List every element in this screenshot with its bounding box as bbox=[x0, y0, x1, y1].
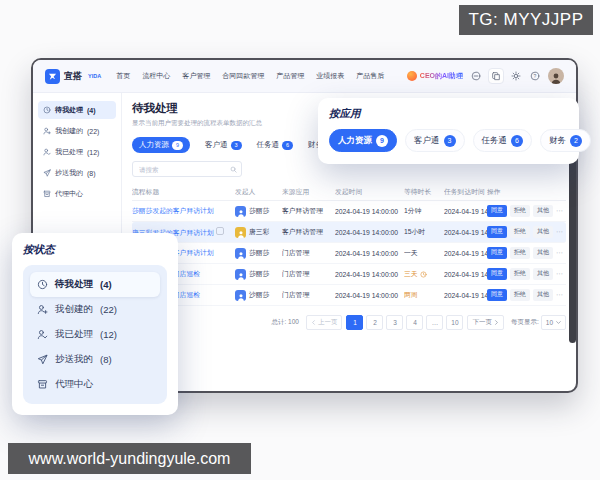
by-status-panel: 按状态 待我处理 (4) 我创建的 (22) 我已处理 (12) 抄送我的 (8… bbox=[12, 233, 178, 415]
ai-assistant-label: CEO的AI助理 bbox=[420, 71, 463, 81]
more-actions-button[interactable]: ⋯ bbox=[556, 249, 564, 257]
reject-button[interactable]: 拒绝 bbox=[510, 226, 530, 237]
wait-duration: 一天 bbox=[404, 248, 418, 258]
page-button[interactable]: … bbox=[426, 315, 443, 330]
status-item[interactable]: 我已处理 (12) bbox=[30, 322, 160, 347]
app-tab[interactable]: 客户通 3 bbox=[205, 140, 242, 150]
sidebar-item[interactable]: 抄送我的 (8) bbox=[38, 164, 116, 182]
sidebar-item-label: 我创建的 bbox=[55, 126, 83, 136]
application-pill[interactable]: 客户通 3 bbox=[405, 129, 465, 152]
other-button[interactable]: 其他 bbox=[533, 268, 553, 279]
nav-menu-item[interactable]: 合同回款管理 bbox=[222, 71, 264, 81]
reject-button[interactable]: 拒绝 bbox=[510, 289, 530, 300]
table-row[interactable]: 莎丽莎发起的客户拜访计划 莎丽莎 客户拜访管理 2024-04-19 14:00… bbox=[132, 201, 566, 222]
copy-icon[interactable] bbox=[488, 68, 504, 84]
title-flag-icon bbox=[216, 227, 224, 235]
source-app: 门店管理 bbox=[282, 290, 335, 300]
approve-button[interactable]: 同意 bbox=[487, 247, 507, 258]
sidebar-item-count: (22) bbox=[87, 128, 99, 135]
nav-menu-item[interactable]: 客户管理 bbox=[182, 71, 210, 81]
next-page-button[interactable]: 下一页 bbox=[467, 315, 504, 330]
process-title-link[interactable]: 莎丽莎发起的客户拜访计划 bbox=[132, 207, 214, 214]
sidebar-item[interactable]: 我创建的 (22) bbox=[38, 122, 116, 140]
status-item[interactable]: 抄送我的 (8) bbox=[30, 347, 160, 372]
status-item[interactable]: 待我处理 (4) bbox=[30, 272, 160, 297]
table-row[interactable]: 莎丽莎发起的门店巡检 莎丽莎 门店管理 2024-04-19 14:00:00 … bbox=[132, 264, 566, 285]
agency-icon bbox=[43, 190, 51, 198]
page-button[interactable]: 10 bbox=[446, 315, 463, 330]
status-item[interactable]: 我创建的 (22) bbox=[30, 297, 160, 322]
other-button[interactable]: 其他 bbox=[533, 226, 553, 237]
more-actions-button[interactable]: ⋯ bbox=[556, 207, 564, 215]
page-size-control: 每页显示: 10 bbox=[511, 315, 566, 330]
arrive-time: 2024-04-19 14:00:00 bbox=[444, 229, 487, 236]
nav-right-cluster: CEO的AI助理 ? bbox=[407, 68, 564, 84]
app-tab[interactable]: 任务通 6 bbox=[257, 140, 294, 150]
initiator-avatar bbox=[235, 227, 246, 238]
tg-badge: TG: MYYJJPP bbox=[459, 5, 593, 35]
page-button[interactable]: 3 bbox=[386, 315, 403, 330]
nav-menu-item[interactable]: 业绩报表 bbox=[316, 71, 344, 81]
sidebar-item[interactable]: 我已处理 (12) bbox=[38, 143, 116, 161]
sidebar-item[interactable]: 代理中心 bbox=[38, 185, 116, 203]
clock-icon bbox=[43, 106, 51, 114]
other-button[interactable]: 其他 bbox=[533, 247, 553, 258]
application-pill[interactable]: 任务通 6 bbox=[473, 129, 533, 152]
approve-button[interactable]: 同意 bbox=[487, 289, 507, 300]
status-item[interactable]: 代理中心 bbox=[30, 372, 160, 397]
nav-menu-item[interactable]: 产品售后 bbox=[356, 71, 384, 81]
arrive-time: 2024-04-19 14:00:00 bbox=[444, 208, 487, 215]
more-actions-button[interactable]: ⋯ bbox=[556, 270, 564, 278]
more-actions-button[interactable]: ⋯ bbox=[556, 291, 564, 299]
search-input[interactable] bbox=[137, 165, 227, 174]
reject-button[interactable]: 拒绝 bbox=[510, 268, 530, 279]
ai-assistant-chip[interactable]: CEO的AI助理 bbox=[407, 71, 463, 81]
status-item-count: (12) bbox=[100, 329, 117, 340]
app-tab[interactable]: 人力资源 9 bbox=[132, 137, 190, 153]
reject-button[interactable]: 拒绝 bbox=[510, 247, 530, 258]
application-pill[interactable]: 人力资源 9 bbox=[329, 129, 397, 152]
application-pill[interactable]: 财务 2 bbox=[540, 129, 591, 152]
nav-menu-item[interactable]: 流程中心 bbox=[142, 71, 170, 81]
nav-menu-item[interactable]: 产品管理 bbox=[276, 71, 304, 81]
sidebar-item[interactable]: 待我处理 (4) bbox=[38, 101, 116, 119]
gear-icon[interactable] bbox=[509, 69, 523, 83]
table-row[interactable]: 莎丽莎发起的客户拜访计划 莎丽莎 门店管理 2024-04-19 14:00:0… bbox=[132, 243, 566, 264]
page-button[interactable]: 1 bbox=[346, 315, 363, 330]
status-item-label: 我创建的 bbox=[55, 303, 93, 316]
chevron-down-icon bbox=[556, 320, 561, 325]
approve-button[interactable]: 同意 bbox=[487, 205, 507, 216]
wait-duration-cell: 15小时 bbox=[404, 227, 444, 237]
wait-duration-cell: 一天 bbox=[404, 248, 444, 258]
approve-button[interactable]: 同意 bbox=[487, 268, 507, 279]
page-button[interactable]: 4 bbox=[406, 315, 423, 330]
status-item-count: (4) bbox=[100, 279, 112, 290]
approve-button[interactable]: 同意 bbox=[487, 226, 507, 237]
prev-page-button[interactable]: 上一页 bbox=[306, 315, 343, 330]
user-avatar[interactable] bbox=[548, 68, 564, 84]
start-time: 2024-04-19 14:00:00 bbox=[335, 292, 404, 299]
page-size-select[interactable]: 10 bbox=[541, 315, 566, 330]
initiator-name: 莎丽莎 bbox=[249, 206, 269, 216]
nav-menu-item[interactable]: 首页 bbox=[116, 71, 130, 81]
arrive-time: 2024-04-19 14:00:00 bbox=[444, 250, 487, 257]
initiator-avatar bbox=[235, 206, 246, 217]
more-actions-button[interactable]: ⋯ bbox=[556, 228, 564, 236]
clock-icon bbox=[37, 279, 48, 290]
page-button[interactable]: 2 bbox=[366, 315, 383, 330]
table-column-header: 等待时长 bbox=[404, 187, 444, 197]
app-tab-label: 人力资源 bbox=[139, 140, 169, 150]
help-icon[interactable]: ? bbox=[528, 69, 542, 83]
table-row[interactable]: 沙丽莎发起的门店巡检 沙丽莎 门店管理 2024-04-19 14:00:00 … bbox=[132, 285, 566, 306]
other-button[interactable]: 其他 bbox=[533, 205, 553, 216]
other-button[interactable]: 其他 bbox=[533, 289, 553, 300]
initiator-name: 沙丽莎 bbox=[249, 290, 269, 300]
app-logo[interactable]: 宜搭 YIDA bbox=[45, 69, 101, 84]
source-app: 门店管理 bbox=[282, 248, 335, 258]
page-size-label: 每页显示: bbox=[511, 318, 539, 327]
nav-menu: 首页流程中心客户管理合同回款管理产品管理业绩报表产品售后 bbox=[116, 71, 384, 81]
search-icon[interactable] bbox=[230, 166, 237, 173]
reject-button[interactable]: 拒绝 bbox=[510, 205, 530, 216]
minus-circle-icon[interactable] bbox=[469, 69, 483, 83]
table-row[interactable]: 唐三彩发起的客户拜访计划 唐三彩 客户拜访管理 2024-04-19 14:00… bbox=[132, 222, 566, 243]
